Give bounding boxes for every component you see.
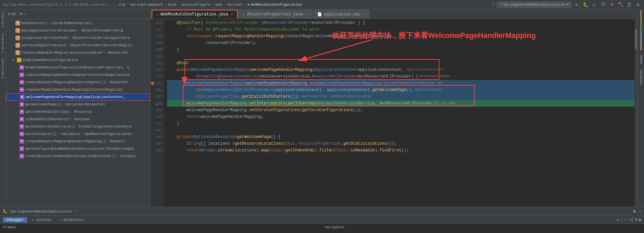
code-line-welcome-method: public WelcomePageHandlerMapping welcome… [167,66,635,73]
debug-close[interactable]: × [75,209,77,214]
bottom-content: Frames Variables [0,224,644,233]
profile-button[interactable]: ⏱ [600,1,606,8]
tab-bar: ☕ WebMvcAutoConfiguration.java × ☕ Resou… [150,9,637,19]
method-icon: m [19,65,24,70]
tab-webmvcconfig[interactable]: ☕ WebMvcAutoConfiguration.java × [152,10,238,18]
minus-icon[interactable]: − [639,209,641,214]
right-tabs: Maven Database [637,9,644,207]
evaluate-icon[interactable]: ≡ [635,217,637,222]
sidebar-item-createreqmap[interactable]: m createRequestMappingHandlerAdapter(): … [6,79,150,86]
sort-alpha-icon[interactable]: az [11,12,16,16]
sidebar-item-isreadable[interactable]: m isReadable(Resource): boolean [6,115,150,123]
code-line-highlight: this . mvcProperties . getStaticPathPatt… [167,93,635,100]
sidebar-item-mvcconversion[interactable]: m mvcConversionService(): FormattingConv… [6,123,150,130]
z-structure-tab[interactable]: Z:Structure [1,57,5,80]
minus-icon[interactable]: − [23,12,26,16]
sidebar-item-createexception[interactable]: m createExceptionHandlerExceptionResolve… [6,152,150,160]
code-line: // Must be @Primary for MvcUriComponents… [167,26,635,33]
run-to-cursor-icon[interactable]: →| [628,217,634,222]
sidebar-item-reqmaphandleradapter[interactable]: m requestMappingHandlerAdapter(ContentNe… [6,71,150,79]
endpoints-tab[interactable]: ⚡ Endpoints [56,217,87,223]
method-icon: m [19,146,24,151]
step-out-icon[interactable]: ↑ [624,217,627,222]
scrollbar-vertical[interactable] [635,19,637,207]
stop-button[interactable]: ■ [608,1,615,8]
run-button[interactable]: ▶ [574,1,580,8]
coverage-button[interactable]: ▷ [591,1,598,8]
code-line: String [] locations = getResourceLocatio… [167,140,635,147]
method-icon: m [19,117,24,122]
method-icon: m [20,95,24,99]
code-content[interactable]: @Qualifier ( mvcResourceUrlProvider ) Re… [164,19,635,207]
sidebar-item-mvcvalidator[interactable]: m mvcValidator(): Validator ↑WebMvcConfi… [6,130,150,138]
structure-tab-left[interactable]: 2:Structure [1,32,5,54]
tab-applicationyml[interactable]: 📄 application.yml × [313,10,370,18]
database-tab[interactable]: Database [639,69,643,86]
tab-close-webmvc[interactable]: × [231,12,233,17]
debugger-tab[interactable]: Debugger [3,217,27,223]
code-line: } [167,120,635,127]
run-config[interactable]: ● Springboot05Web01Application ▼ [497,2,572,8]
tab-resourceprops[interactable]: ☕ ResourceProperties.java × [238,10,312,18]
settings-icon[interactable]: ⚙ [20,11,22,16]
sidebar-item-getindexhtml[interactable]: m getIndexHtml(String): Resource [6,108,150,115]
tab-close-yml[interactable]: × [363,12,365,17]
code-line-highlight: WelcomePageHandlerMapping welcomePageHan… [167,80,635,87]
scroll-indicator [640,10,642,50]
code-line-highlight: new TemplateAvailabilityProviders (appli… [167,87,635,93]
sidebar-content: f beanFactory: ListableBeanFactory f mes… [6,19,150,207]
line-numbers: 426 427 428 429 430 431 432 433 434 435 … [150,19,164,207]
project-name[interactable]: spring-boot-autoconfigure-2.3.7.RELEASE-… [3,3,113,7]
class-icon: C [17,58,21,62]
settings-icon[interactable]: ⚙ [633,208,636,214]
maven-tab[interactable]: Maven [639,54,643,65]
code-line: } [167,46,635,53]
sidebar-item-getconfwebbing[interactable]: m getConfigurableWebBindingInitializer(F… [6,145,150,152]
top-bar: spring-boot-autoconfigure-2.3.7.RELEASE-… [0,0,644,9]
method-icon: m [19,132,24,136]
tree-arrow-enablewebmvc[interactable] [11,58,15,62]
code-line: @Qualifier ( mvcResourceUrlProvider ) Re… [167,19,635,26]
build-button[interactable]: 🔨 [617,1,624,8]
field-icon: f [15,50,20,55]
sidebar-item-constructor[interactable]: m EnableWebMvcConfiguration(ResourceProp… [6,64,150,71]
step-over-icon[interactable]: ↷ [616,217,619,223]
method-icon: m [19,109,24,114]
debug-app-name: Springboot05Web01Application [10,209,72,214]
sidebar-item-dispatcherpath[interactable]: f dispatcherServletPath: ObjectProvider<… [6,34,150,42]
code-line: @Bean [167,60,635,66]
sidebar-item-servletreg[interactable]: f servletRegistrations: ObjectProvider<S… [6,42,150,49]
method-icon: m [19,80,24,85]
code-line: private Optional < Resource > getWelcome… [167,134,635,140]
sidebar-item-reqmaphandlermapping[interactable]: m requestMappingHandlerMapping(ContentNe… [6,86,150,93]
step-into-icon[interactable]: ↓ [620,217,623,222]
method-icon: m [19,139,24,144]
debug-bar: 🐛 Springboot05Web01Application × ⚙ − [0,207,644,216]
sidebar-item-beanfactory[interactable]: f beanFactory: ListableBeanFactory [6,19,150,27]
debug-icon: 🐛 [3,209,8,214]
code-line: welcomePageHandlerMapping. setCorsConfig… [167,107,635,113]
more-debug-icon[interactable]: ⊞ [639,217,641,223]
debug-button[interactable]: 🐛 [582,1,589,8]
method-icon: m [19,73,24,77]
code-line [167,127,635,134]
settings-button[interactable]: ⚙ [635,1,641,8]
sidebar-item-createreqmapmapping[interactable]: m createRequestMappingHandlerMapping(): … [6,138,150,145]
java-icon: ☕ [156,12,159,17]
bottom-right: Variables [322,224,644,233]
bottom-panel: Debugger ● Console ⚡ Endpoints ↷ ↓ ↑ →| … [0,216,644,233]
sidebar-item-msgconverters[interactable]: f messageConvertersProvider: ObjectProvi… [6,27,150,34]
sidebar-item-reshandler[interactable]: f resourceHandlerRegistrationCustomizer:… [6,49,150,56]
sidebar-item-getwelcomepage[interactable]: m getWelcomePage(): Optional<Resource> [6,101,150,108]
tab-close-resources[interactable]: × [306,12,308,17]
code-line: return super . requestMappingHandlerMapp… [167,33,635,40]
scrollbar-thumb[interactable] [635,29,637,49]
sidebar-item-welcomepage[interactable]: m welcomePageHandlerMapping(ApplicationC… [6,93,150,101]
method-icon: m [19,87,24,92]
console-tab[interactable]: ● Console [29,217,55,223]
sort-icon[interactable]: ⇅ [8,11,10,16]
editor-area: ☕ WebMvcAutoConfiguration.java × ☕ Resou… [150,9,637,207]
sdk-button[interactable]: 文 [626,1,633,8]
sidebar-item-enablewebmvc[interactable]: C EnableWebMvcConfiguration [6,56,150,64]
project-tab[interactable]: 1:Project [1,10,5,29]
